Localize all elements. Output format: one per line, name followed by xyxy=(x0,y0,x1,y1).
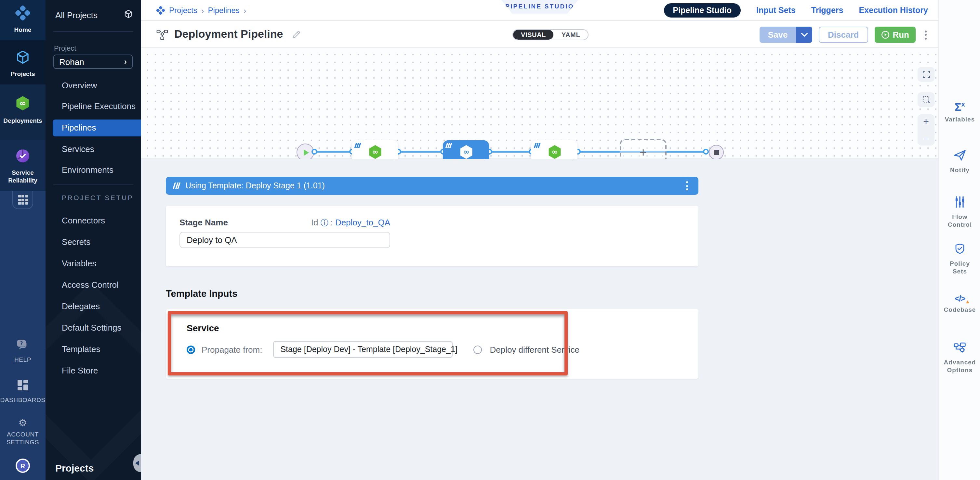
save-dropdown-button[interactable] xyxy=(796,27,812,43)
divider xyxy=(53,184,133,185)
pipeline-graph-icon xyxy=(156,29,169,40)
stage-id-row: Id ⓘ : Deploy_to_QA xyxy=(166,218,390,229)
pipeline-studio-badge: PIPELINE STUDIO xyxy=(501,0,578,14)
top-tabs: Pipeline Studio Input Sets Triggers Exec… xyxy=(663,0,928,21)
rail-item-projects[interactable]: Projects xyxy=(0,49,46,78)
pipeline-canvas[interactable]: ∞ </> ∞ </> ∞ </> + Deploy Dev Deploy to… xyxy=(141,48,939,159)
toolbar-item-notify[interactable]: Notify xyxy=(939,149,980,174)
page-title: Deployment Pipeline xyxy=(174,28,283,41)
rail-label: Projects xyxy=(11,70,35,78)
svg-text:∞: ∞ xyxy=(372,147,378,156)
service-card: Service Propagate from: Stage [Deploy De… xyxy=(166,309,698,379)
sidebar-item-delegates[interactable]: Delegates xyxy=(46,298,141,315)
codebase-icon: </>▲ xyxy=(955,293,965,303)
save-button[interactable]: Save xyxy=(760,27,796,43)
stage-config-section: Using Template: Deploy Stage 1 (1.01) St… xyxy=(141,159,939,480)
deploy-different-service-label: Deploy different Service xyxy=(490,345,579,354)
template-options-kebab[interactable] xyxy=(684,179,690,193)
pipeline-studio-app: Home Projects ∞ Deployments Service Reli… xyxy=(0,0,980,480)
template-banner-text: Using Template: Deploy Stage 1 (1.01) xyxy=(185,181,325,190)
sidebar-item-default-settings[interactable]: Default Settings xyxy=(46,320,141,336)
module-switcher-button[interactable] xyxy=(12,191,33,209)
service-title: Service xyxy=(187,323,219,333)
breadcrumb-projects[interactable]: Projects xyxy=(169,6,197,15)
toolbar-label: Advanced Options xyxy=(942,358,977,374)
project-select-value: Rohan xyxy=(59,57,84,67)
sidebar-collapse-handle[interactable] xyxy=(133,454,141,472)
sidebar-footer-title: Projects xyxy=(55,463,94,474)
fullscreen-button[interactable] xyxy=(918,67,934,82)
more-options-kebab[interactable] xyxy=(922,28,929,42)
rail-label: Service Reliability xyxy=(0,169,46,184)
rail-item-dashboards[interactable]: DASHBOARDS xyxy=(0,379,46,404)
project-label: Project xyxy=(54,44,76,52)
sidebar-item-secrets[interactable]: Secrets xyxy=(46,234,141,251)
toolbar-item-advanced-options[interactable]: Advanced Options xyxy=(939,342,980,374)
sidebar-item-services[interactable]: Services xyxy=(46,141,141,158)
sidebar-item-pipeline-executions[interactable]: Pipeline Executions xyxy=(46,98,141,115)
rail-item-home[interactable]: Home xyxy=(0,5,46,34)
toggle-yaml[interactable]: YAML xyxy=(554,30,588,40)
edge-port xyxy=(312,149,317,155)
sidebar-item-pipelines[interactable]: Pipelines xyxy=(52,119,141,136)
toolbar-label: Variables xyxy=(945,115,975,124)
toolbar-item-policy-sets[interactable]: Policy Sets xyxy=(939,243,980,276)
toolbar-item-flow-control[interactable]: Flow Control xyxy=(939,196,980,229)
toolbar-item-codebase[interactable]: </>▲ Codebase xyxy=(939,293,980,314)
sidebar-item-templates[interactable]: Templates xyxy=(46,341,141,358)
toggle-visual[interactable]: VISUAL xyxy=(513,30,554,40)
template-inputs-title: Template Inputs xyxy=(166,288,237,299)
flow-control-sliders-icon xyxy=(954,196,966,211)
run-label: Run xyxy=(892,30,909,40)
breadcrumb-separator: › xyxy=(243,6,247,15)
run-play-icon xyxy=(881,30,889,39)
propagate-from-select[interactable]: Stage [Deploy Dev] - Template [Deploy_St… xyxy=(273,341,453,358)
rail-item-service-reliability[interactable]: Service Reliability xyxy=(0,148,46,184)
stop-icon xyxy=(714,150,719,155)
header-actions: Save Discard Run xyxy=(760,27,929,43)
sidebar-item-environments[interactable]: Environments xyxy=(46,162,141,179)
breadcrumb-pipelines[interactable]: Pipelines xyxy=(208,6,239,15)
tab-input-sets[interactable]: Input Sets xyxy=(756,6,795,15)
rail-label: Deployments xyxy=(3,117,42,125)
collapse-arrow-icon xyxy=(135,461,139,466)
svg-text:?: ? xyxy=(20,341,23,347)
template-banner[interactable]: Using Template: Deploy Stage 1 (1.01) xyxy=(166,177,698,195)
deploy-different-service-radio[interactable] xyxy=(473,345,482,354)
sidebar-item-access-control[interactable]: Access Control xyxy=(46,277,141,293)
visual-yaml-toggle[interactable]: VISUAL YAML xyxy=(512,29,589,40)
stage-id-link[interactable]: Deploy_to_QA xyxy=(335,218,390,227)
chevron-right-icon: › xyxy=(124,57,127,66)
edit-pencil-icon[interactable] xyxy=(291,30,301,39)
rail-item-deployments[interactable]: ∞ Deployments xyxy=(0,95,46,125)
gear-icon: ⚙ xyxy=(19,418,27,428)
stage-name-input[interactable] xyxy=(180,232,390,248)
run-button[interactable]: Run xyxy=(874,27,916,43)
zoom-in-button[interactable]: + xyxy=(923,116,929,126)
dashboards-icon xyxy=(17,379,29,394)
harness-home-icon xyxy=(15,5,30,24)
template-badge-icon xyxy=(445,143,452,148)
sidebar-item-file-store[interactable]: File Store xyxy=(46,363,141,379)
top-header-row: Projects › Pipelines › PIPELINE STUDIO P… xyxy=(141,0,939,21)
sidebar-item-overview[interactable]: Overview xyxy=(46,77,141,94)
zoom-out-button[interactable]: − xyxy=(923,134,929,144)
divider xyxy=(53,31,133,32)
discard-button[interactable]: Discard xyxy=(819,27,868,43)
save-split-button: Save xyxy=(760,27,812,43)
tab-triggers[interactable]: Triggers xyxy=(811,6,843,15)
sidebar-item-variables[interactable]: Variables xyxy=(46,255,141,272)
toolbar-item-variables[interactable]: Σx Variables xyxy=(939,101,980,124)
tab-pipeline-studio[interactable]: Pipeline Studio xyxy=(663,3,741,17)
tab-execution-history[interactable]: Execution History xyxy=(859,6,928,15)
stage-name-card: Stage Name Id ⓘ : Deploy_to_QA xyxy=(166,206,698,266)
project-select[interactable]: Rohan › xyxy=(53,55,133,69)
sidebar-item-connectors[interactable]: Connectors xyxy=(46,212,141,229)
propagate-from-radio[interactable] xyxy=(187,345,195,354)
propagate-from-label: Propagate from: xyxy=(202,345,262,354)
rail-item-help[interactable]: ? HELP xyxy=(0,339,46,364)
multi-select-button[interactable] xyxy=(918,92,934,107)
rail-item-account-settings[interactable]: ⚙ ACCOUNT SETTINGS xyxy=(0,418,46,446)
user-avatar[interactable]: R xyxy=(16,459,30,473)
variables-sigma-icon: Σx xyxy=(955,101,965,113)
